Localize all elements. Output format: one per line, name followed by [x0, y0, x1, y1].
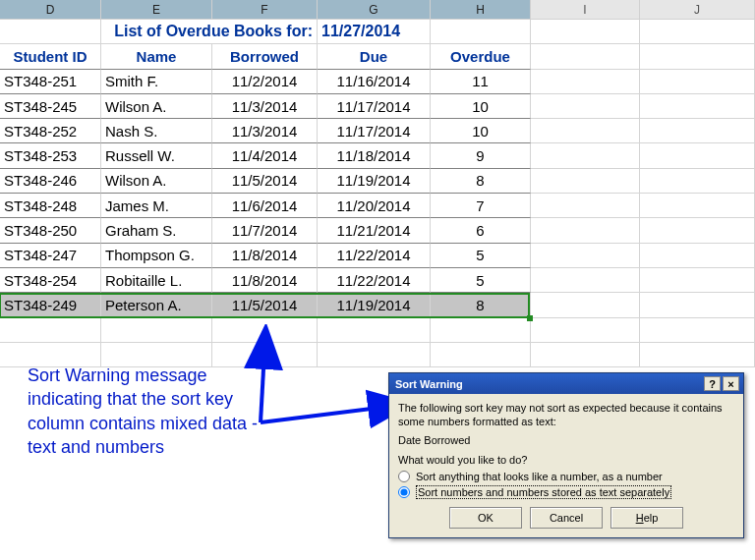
- cell-due[interactable]: 11/22/2014: [318, 244, 431, 268]
- cell[interactable]: [0, 20, 101, 44]
- cell-due[interactable]: 11/18/2014: [318, 143, 431, 168]
- cell-name[interactable]: Wilson A.: [101, 169, 212, 194]
- cell-overdue[interactable]: 11: [431, 70, 531, 94]
- cell[interactable]: [431, 318, 531, 343]
- cell-student-id[interactable]: ST348-247: [0, 244, 101, 268]
- cell-student-id[interactable]: ST348-249: [0, 293, 101, 317]
- cell-student-id[interactable]: ST348-254: [0, 268, 101, 293]
- header-due[interactable]: Due: [318, 44, 431, 69]
- cell[interactable]: [640, 169, 755, 194]
- header-name[interactable]: Name: [101, 44, 212, 69]
- cell[interactable]: [531, 244, 640, 268]
- help-icon[interactable]: ?: [704, 376, 721, 391]
- cell[interactable]: [640, 293, 755, 317]
- cell-name[interactable]: Robitaille L.: [101, 268, 212, 293]
- cell-borrowed[interactable]: 11/8/2014: [212, 244, 318, 268]
- cell[interactable]: [640, 268, 755, 293]
- cell-overdue[interactable]: 7: [431, 194, 531, 218]
- cell-name[interactable]: Russell W.: [101, 143, 212, 168]
- cell-overdue[interactable]: 5: [431, 244, 531, 268]
- cell-name[interactable]: Peterson A.: [101, 293, 212, 317]
- cell-due[interactable]: 11/17/2014: [318, 94, 431, 119]
- cell-name[interactable]: Smith F.: [101, 70, 212, 94]
- cell[interactable]: [640, 143, 755, 168]
- cell-due[interactable]: 11/20/2014: [318, 194, 431, 218]
- cell[interactable]: [0, 318, 101, 343]
- cell-borrowed[interactable]: 11/3/2014: [212, 119, 318, 143]
- cell-due[interactable]: 11/22/2014: [318, 268, 431, 293]
- cell[interactable]: [640, 119, 755, 143]
- cell[interactable]: [640, 318, 755, 343]
- cell-borrowed[interactable]: 11/8/2014: [212, 268, 318, 293]
- cell[interactable]: [640, 194, 755, 218]
- cell-due[interactable]: 11/21/2014: [318, 218, 431, 243]
- cell[interactable]: [431, 20, 531, 44]
- cell[interactable]: [531, 143, 640, 168]
- cell-borrowed[interactable]: 11/5/2014: [212, 293, 318, 317]
- col-header-F[interactable]: F: [212, 0, 318, 19]
- cell-student-id[interactable]: ST348-246: [0, 169, 101, 194]
- cell-overdue[interactable]: 8: [431, 293, 531, 317]
- cell-borrowed[interactable]: 11/3/2014: [212, 94, 318, 119]
- cell-name[interactable]: Graham S.: [101, 218, 212, 243]
- cell-overdue[interactable]: 5: [431, 268, 531, 293]
- title-text[interactable]: List of Overdue Books for:: [101, 20, 318, 44]
- cell[interactable]: [640, 244, 755, 268]
- cell-due[interactable]: 11/17/2014: [318, 119, 431, 143]
- radio-input-2[interactable]: [398, 486, 410, 498]
- cell-borrowed[interactable]: 11/5/2014: [212, 169, 318, 194]
- col-header-G[interactable]: G: [318, 0, 431, 19]
- header-student-id[interactable]: Student ID: [0, 44, 101, 69]
- radio-option-separate[interactable]: Sort numbers and numbers stored as text …: [398, 485, 734, 499]
- cell[interactable]: [640, 44, 755, 69]
- cell-borrowed[interactable]: 11/6/2014: [212, 194, 318, 218]
- cell[interactable]: [531, 20, 640, 44]
- cell[interactable]: [431, 343, 531, 367]
- cell-name[interactable]: Thompson G.: [101, 244, 212, 268]
- cell-name[interactable]: James M.: [101, 194, 212, 218]
- col-header-I[interactable]: I: [531, 0, 640, 19]
- header-borrowed[interactable]: Borrowed: [212, 44, 318, 69]
- cell[interactable]: [531, 293, 640, 317]
- cell[interactable]: [531, 343, 640, 367]
- cell[interactable]: [531, 119, 640, 143]
- cell-name[interactable]: Wilson A.: [101, 94, 212, 119]
- cell-student-id[interactable]: ST348-253: [0, 143, 101, 168]
- ok-button[interactable]: OK: [449, 507, 522, 529]
- cell[interactable]: [531, 70, 640, 94]
- cell[interactable]: [640, 94, 755, 119]
- cell-due[interactable]: 11/16/2014: [318, 70, 431, 94]
- col-header-J[interactable]: J: [640, 0, 755, 19]
- cell[interactable]: [640, 70, 755, 94]
- cell-student-id[interactable]: ST348-252: [0, 119, 101, 143]
- col-header-D[interactable]: D: [0, 0, 101, 19]
- cell[interactable]: [531, 318, 640, 343]
- cell-overdue[interactable]: 9: [431, 143, 531, 168]
- cell[interactable]: [531, 169, 640, 194]
- help-button[interactable]: Help: [610, 507, 683, 529]
- close-icon[interactable]: ×: [723, 376, 739, 391]
- cell-overdue[interactable]: 6: [431, 218, 531, 243]
- radio-input-1[interactable]: [398, 471, 410, 482]
- dialog-titlebar[interactable]: Sort Warning ? ×: [389, 373, 743, 394]
- cell-due[interactable]: 11/19/2014: [318, 293, 431, 317]
- cell[interactable]: [531, 268, 640, 293]
- cell-borrowed[interactable]: 11/2/2014: [212, 70, 318, 94]
- col-header-H[interactable]: H: [431, 0, 531, 19]
- cell-overdue[interactable]: 10: [431, 94, 531, 119]
- cell-student-id[interactable]: ST348-250: [0, 218, 101, 243]
- cell-name[interactable]: Nash S.: [101, 119, 212, 143]
- cell-borrowed[interactable]: 11/4/2014: [212, 143, 318, 168]
- cell[interactable]: [531, 94, 640, 119]
- cell[interactable]: [531, 218, 640, 243]
- col-header-E[interactable]: E: [101, 0, 212, 19]
- cell-student-id[interactable]: ST348-248: [0, 194, 101, 218]
- radio-option-treat-as-number[interactable]: Sort anything that looks like a number, …: [398, 471, 734, 482]
- cell-borrowed[interactable]: 11/7/2014: [212, 218, 318, 243]
- cell[interactable]: [640, 218, 755, 243]
- cancel-button[interactable]: Cancel: [530, 507, 603, 529]
- spreadsheet-grid[interactable]: List of Overdue Books for: 11/27/2014 St…: [0, 20, 755, 367]
- cell-due[interactable]: 11/19/2014: [318, 169, 431, 194]
- cell[interactable]: [101, 318, 212, 343]
- cell-student-id[interactable]: ST348-245: [0, 94, 101, 119]
